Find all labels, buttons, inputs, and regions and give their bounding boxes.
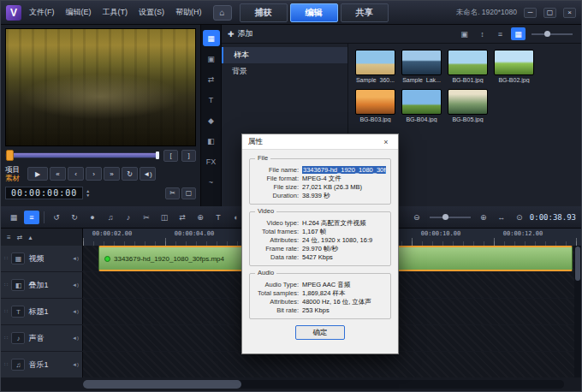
drag-handle-icon[interactable]: ∷ bbox=[4, 255, 8, 262]
folder-samples[interactable]: 样本 bbox=[222, 47, 347, 63]
horizontal-scroll-thumb[interactable] bbox=[83, 380, 241, 389]
mark-out-icon[interactable]: ] bbox=[181, 150, 196, 162]
tab-edit[interactable]: 编辑 bbox=[290, 3, 338, 22]
mute-icon[interactable]: ◄) bbox=[72, 336, 79, 341]
horizontal-scrollbar[interactable] bbox=[83, 380, 564, 389]
thumbnail-image[interactable] bbox=[355, 89, 395, 115]
home-icon[interactable]: ⌂ bbox=[213, 5, 232, 21]
media-thumbnail[interactable]: Sample_360... bbox=[355, 50, 395, 83]
split-clip-icon[interactable]: ✂ bbox=[165, 187, 180, 199]
thumbnail-image[interactable] bbox=[355, 50, 395, 75]
track-list-icon[interactable]: ≡ bbox=[7, 234, 11, 241]
drag-handle-icon[interactable]: ∷ bbox=[4, 308, 8, 315]
list-view-icon[interactable]: ≡ bbox=[493, 27, 508, 40]
mute-icon[interactable]: ◄) bbox=[72, 282, 79, 288]
swap-track-icon[interactable]: ⇄ bbox=[17, 234, 23, 241]
vertical-scrollbar[interactable] bbox=[574, 246, 581, 377]
go-end-button[interactable]: » bbox=[104, 167, 120, 181]
volume-button[interactable]: ◄) bbox=[140, 167, 156, 181]
thumbnail-image[interactable] bbox=[401, 89, 442, 115]
seek-bar[interactable] bbox=[5, 152, 160, 158]
media-icon[interactable]: ▦ bbox=[203, 30, 220, 46]
thumbnail-image[interactable] bbox=[448, 50, 488, 75]
track-header-music[interactable]: ∷ ♫ 音乐1 ◄) bbox=[1, 352, 83, 377]
track-header-title[interactable]: ∷ T 标题1 ◄) bbox=[1, 299, 83, 324]
close-icon[interactable]: × bbox=[563, 8, 576, 18]
track-transition-icon[interactable]: ⇄ bbox=[175, 211, 190, 224]
stepper-down-icon[interactable]: ▼ bbox=[86, 193, 90, 198]
thumbnail-zoom-slider[interactable] bbox=[532, 33, 573, 35]
media-thumbnail[interactable]: BG-B05.jpg bbox=[448, 89, 488, 122]
auto-music-icon[interactable]: ♪ bbox=[121, 211, 136, 224]
subtitle-icon[interactable]: T bbox=[211, 211, 226, 224]
timecode-stepper[interactable]: ▲ ▼ bbox=[86, 189, 90, 198]
motion-path-icon[interactable]: ~ bbox=[203, 174, 220, 190]
music-track-body[interactable] bbox=[83, 352, 574, 377]
overlay-icon[interactable]: ◧ bbox=[203, 133, 220, 149]
zoom-out-icon[interactable]: ⊖ bbox=[409, 211, 425, 224]
dialog-titlebar[interactable]: 属性 × bbox=[242, 134, 398, 150]
graphic-icon[interactable]: ◆ bbox=[203, 112, 220, 128]
sort-icon[interactable]: ↕ bbox=[475, 27, 490, 40]
timeline-zoom-slider[interactable] bbox=[430, 217, 471, 218]
motion-track-icon[interactable]: ⊕ bbox=[193, 211, 208, 224]
title-icon[interactable]: T bbox=[203, 92, 220, 108]
step-forward-button[interactable]: › bbox=[86, 167, 102, 181]
thumbnail-view-icon[interactable]: ▦ bbox=[511, 27, 526, 40]
repeat-button[interactable]: ↻ bbox=[122, 167, 138, 181]
zoom-in-icon[interactable]: ⊕ bbox=[476, 211, 491, 224]
sound-mixer-icon[interactable]: ♫ bbox=[103, 211, 118, 224]
playhead-handle[interactable] bbox=[6, 150, 14, 161]
drag-handle-icon[interactable]: ∷ bbox=[4, 335, 8, 342]
split-icon[interactable]: ✂ bbox=[139, 211, 154, 224]
track-header-voice[interactable]: ∷ ♪ 声音 ◄) bbox=[1, 325, 83, 351]
import-media-icon[interactable]: ▣ bbox=[457, 27, 472, 40]
go-start-button[interactable]: « bbox=[50, 167, 66, 181]
instant-project-icon[interactable]: ▣ bbox=[203, 50, 220, 67]
tab-capture[interactable]: 捕获 bbox=[240, 3, 288, 22]
mark-in-icon[interactable]: [ bbox=[163, 150, 178, 162]
drag-handle-icon[interactable]: ∷ bbox=[4, 282, 8, 288]
folder-backgrounds[interactable]: 背景 bbox=[222, 63, 347, 80]
menu-file[interactable]: 文件(F) bbox=[26, 5, 58, 20]
transition-icon[interactable]: ⇄ bbox=[203, 71, 220, 87]
menu-edit[interactable]: 编辑(E) bbox=[62, 5, 95, 20]
media-thumbnail[interactable]: BG-B04.jpg bbox=[401, 89, 442, 122]
media-thumbnail[interactable]: BG-B02.jpg bbox=[494, 50, 534, 83]
media-thumbnail[interactable]: BG-B01.jpg bbox=[448, 50, 488, 83]
thumbnail-image[interactable] bbox=[448, 89, 488, 115]
undo-icon[interactable]: ↺ bbox=[49, 211, 64, 224]
ok-button[interactable]: 确定 bbox=[295, 325, 345, 340]
enlarge-preview-icon[interactable]: ▢ bbox=[181, 187, 196, 199]
mute-icon[interactable]: ◄) bbox=[72, 256, 79, 261]
mode-project[interactable]: 项目 bbox=[5, 165, 20, 174]
media-thumbnail[interactable]: Sample_Lak... bbox=[401, 50, 442, 83]
redo-icon[interactable]: ↻ bbox=[67, 211, 82, 224]
scroll-top-icon[interactable]: ▴ bbox=[28, 234, 32, 241]
dialog-close-icon[interactable]: × bbox=[376, 135, 396, 148]
minimize-icon[interactable]: ─ bbox=[524, 8, 537, 18]
tab-share[interactable]: 共享 bbox=[341, 3, 389, 22]
play-button[interactable]: ▶ bbox=[27, 167, 48, 181]
menu-help[interactable]: 帮助(H) bbox=[172, 5, 205, 20]
thumbnail-image[interactable] bbox=[401, 50, 442, 75]
file-name-field[interactable]: 3343679-hd_1920_1080_30fps.mp4 bbox=[302, 166, 386, 174]
zoom-knob[interactable] bbox=[544, 31, 550, 37]
storyboard-view-icon[interactable]: ▦ bbox=[6, 211, 21, 224]
track-header-video[interactable]: ∷ ▦ 视频 ◄) bbox=[1, 246, 83, 271]
thumbnail-image[interactable] bbox=[494, 50, 534, 75]
mode-clip[interactable]: 素材 bbox=[5, 174, 20, 182]
filter-icon[interactable]: FX bbox=[203, 153, 220, 169]
record-icon[interactable]: ● bbox=[85, 211, 100, 224]
mute-icon[interactable]: ◄) bbox=[72, 309, 79, 314]
trim-end-marker[interactable] bbox=[156, 151, 159, 159]
add-folder-button[interactable]: ✚ 添加 bbox=[228, 28, 253, 39]
drag-handle-icon[interactable]: ∷ bbox=[4, 361, 8, 368]
mute-icon[interactable]: ◄) bbox=[72, 362, 79, 367]
maximize-icon[interactable]: ▢ bbox=[543, 8, 556, 18]
step-back-button[interactable]: ‹ bbox=[68, 167, 84, 181]
menu-tools[interactable]: 工具(T) bbox=[99, 5, 132, 20]
media-thumbnail[interactable]: BG-B03.jpg bbox=[355, 89, 395, 122]
timeline-view-icon[interactable]: ≡ bbox=[24, 211, 39, 224]
multi-trim-icon[interactable]: ◫ bbox=[157, 211, 172, 224]
